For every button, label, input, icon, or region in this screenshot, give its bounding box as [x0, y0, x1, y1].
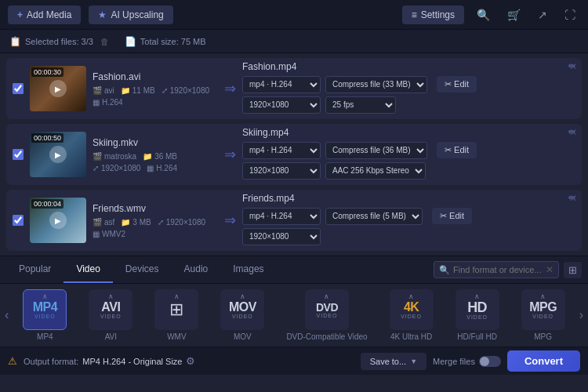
- wmv-format-name: WMV: [167, 332, 186, 341]
- format-settings-icon[interactable]: ⚙: [186, 355, 195, 367]
- hd-sublabel: VIDEO: [466, 314, 488, 320]
- mpg-format-name: MPG: [534, 332, 552, 341]
- resolution-meta-1: ⤢ 1920×1080: [162, 86, 209, 95]
- format-search-area: 🔍 ✕ ⊞: [277, 261, 582, 278]
- output-settings-1: Fashion.mp4 ✏ mp4 · H.264 Compress file …: [242, 61, 575, 117]
- chevron-down-icon: ▼: [410, 358, 417, 365]
- search-clear-icon[interactable]: ✕: [546, 264, 554, 275]
- format-tab-images[interactable]: Images: [220, 256, 276, 283]
- play-btn-2[interactable]: ▶: [49, 146, 67, 163]
- size-meta-3: 📁 3 MB: [121, 218, 151, 227]
- file-name-2: Skiing.mkv: [93, 137, 218, 148]
- format-item-mov[interactable]: ∧ MOV VIDEO MOV: [220, 289, 264, 341]
- mp4-format-name: MP4: [37, 332, 53, 341]
- selected-files-info: 📋 Selected files: 3/3 🗑: [9, 36, 109, 47]
- trash-icon[interactable]: 🗑: [100, 37, 109, 46]
- convert-button[interactable]: Convert: [507, 350, 580, 372]
- play-btn-3[interactable]: ▶: [49, 212, 67, 229]
- size-icon: 📄: [125, 36, 136, 47]
- file-checkbox-1[interactable]: [13, 83, 24, 94]
- top-bar: + Add Media ★ AI Upscaling ≡ Settings 🔍 …: [0, 0, 588, 30]
- format-item-hd[interactable]: ∧ HD VIDEO HD/Full HD: [456, 289, 499, 341]
- format-meta-3: 🎬 asf: [93, 218, 114, 227]
- edit-btn-3[interactable]: ✂ Edit: [432, 208, 472, 224]
- avi-sublabel: VIDEO: [100, 314, 122, 319]
- res-icon-3: ⤢: [158, 218, 164, 227]
- hd-up-arrow: ∧: [474, 292, 480, 300]
- format-item-avi[interactable]: ∧ AVI VIDEO AVI: [89, 289, 132, 341]
- close-file-3[interactable]: ✕: [569, 193, 577, 204]
- mp4-label: MP4: [33, 301, 57, 314]
- 4k-label: 4K: [404, 301, 419, 314]
- edit-btn-1[interactable]: ✂ Edit: [437, 76, 477, 93]
- file-row-1: ✕ 00:00:30 ▶ Fashion.avi 🎬 avi 📁 11 MB ⤢…: [6, 58, 582, 119]
- format-tab-video[interactable]: Video: [64, 256, 112, 283]
- wmv-up-arrow: ∧: [174, 292, 180, 300]
- share-icon-button[interactable]: ↗: [533, 6, 552, 24]
- file-list: ✕ 00:00:30 ▶ Fashion.avi 🎬 avi 📁 11 MB ⤢…: [0, 53, 588, 256]
- save-to-button[interactable]: Save to... ▼: [361, 353, 426, 370]
- format-item-dvd[interactable]: ∧ DVD VIDEO DVD-Compatible Video: [286, 289, 367, 341]
- file-meta-2: 🎬 matroska 📁 36 MB ⤢ 1920×1080 ▦ H.264: [93, 152, 218, 172]
- play-btn-1[interactable]: ▶: [49, 80, 67, 97]
- format-item-4k[interactable]: ∧ 4K VIDEO 4K Ultra HD: [390, 289, 434, 341]
- output-compress-select-3[interactable]: Compress file (5 MB): [325, 208, 423, 225]
- 4k-icon-wrap: ∧ 4K VIDEO: [390, 289, 434, 330]
- output-res-select-2[interactable]: 1920×1080: [242, 162, 321, 180]
- edit-btn-2[interactable]: ✂ Edit: [437, 142, 477, 158]
- thumb-time-2: 00:00:50: [31, 133, 64, 143]
- output-name-row-1: Fashion.mp4 ✏: [242, 61, 575, 72]
- thumbnail-1: 00:00:30 ▶: [30, 66, 86, 111]
- output-format-select-1[interactable]: mp4 · H.264: [242, 76, 321, 93]
- dvd-icon-wrap: ∧ DVD VIDEO: [305, 289, 349, 330]
- output-compress-select-1[interactable]: Compress file (33 MB): [325, 76, 427, 93]
- format-tab-audio[interactable]: Audio: [172, 256, 221, 283]
- format-item-mpg[interactable]: ∧ MPG VIDEO MPG: [521, 289, 565, 341]
- thumbnail-2: 00:00:50 ▶: [30, 132, 86, 177]
- cart-icon-button[interactable]: 🛒: [503, 6, 525, 24]
- format-search-input[interactable]: [453, 265, 543, 274]
- fullscreen-icon-button[interactable]: ⛶: [560, 6, 580, 24]
- codec-meta-2: ▦ H.264: [147, 164, 177, 172]
- output-res-row-1: 1920×1080 25 fps: [242, 96, 575, 114]
- settings-button[interactable]: ≡ Settings: [402, 5, 464, 24]
- file-checkbox-2[interactable]: [13, 149, 24, 160]
- format-search-box: 🔍 ✕: [434, 261, 559, 278]
- format-tab-devices[interactable]: Devices: [113, 256, 172, 283]
- output-res-select-3[interactable]: 1920×1080: [242, 228, 321, 245]
- output-compress-select-2[interactable]: Compress file (36 MB): [325, 142, 427, 159]
- toggle-knob: [480, 357, 489, 366]
- ai-upscaling-button[interactable]: ★ AI Upscaling: [89, 5, 172, 24]
- format-item-mp4[interactable]: ∧ MP4 VIDEO MP4: [23, 289, 67, 341]
- output-settings-2: Skiing.mp4 ✏ mp4 · H.264 Compress file (…: [242, 127, 575, 183]
- search-icon-button[interactable]: 🔍: [472, 6, 495, 24]
- convert-arrow-2: ⇒: [224, 146, 236, 163]
- resolution-meta-2: ⤢ 1920×1080: [93, 164, 140, 172]
- format-next-button[interactable]: ›: [575, 289, 588, 342]
- add-media-button[interactable]: + Add Media: [8, 5, 81, 24]
- hd-format-name: HD/Full HD: [457, 332, 497, 341]
- file-checkbox-3[interactable]: [13, 215, 24, 226]
- format-tab-popular[interactable]: Popular: [6, 256, 64, 283]
- codec-icon-1: ▦: [93, 98, 100, 107]
- file-meta-3: 🎬 asf 📁 3 MB ⤢ 1920×1080 ▦ WMV2: [93, 218, 218, 238]
- file-meta-1: 🎬 avi 📁 11 MB ⤢ 1920×1080 ▦ H.264: [93, 86, 218, 107]
- output-name-row-3: Friends.mp4 ✏: [242, 193, 575, 204]
- avi-format-name: AVI: [105, 332, 117, 341]
- search-icon: 🔍: [439, 265, 450, 275]
- close-file-1[interactable]: ✕: [569, 61, 577, 72]
- total-size-info: 📄 Total size: 75 MB: [125, 36, 206, 47]
- format-grid-toggle-button[interactable]: ⊞: [564, 262, 582, 278]
- close-file-2[interactable]: ✕: [569, 127, 577, 138]
- output-format-select-3[interactable]: mp4 · H.264: [242, 208, 321, 225]
- merge-toggle-switch[interactable]: [479, 356, 501, 367]
- output-extra-select-2[interactable]: AAC 256 Kbps Stereo: [325, 162, 426, 180]
- format-meta-2: 🎬 matroska: [93, 152, 136, 161]
- output-extra-select-1[interactable]: 25 fps: [325, 96, 396, 114]
- format-prev-button[interactable]: ‹: [0, 289, 13, 342]
- files-icon: 📋: [9, 36, 21, 47]
- output-res-select-1[interactable]: 1920×1080: [242, 96, 321, 114]
- format-item-wmv[interactable]: ∧ ⊞ WMV: [154, 289, 198, 341]
- output-format-select-2[interactable]: mp4 · H.264: [242, 142, 321, 159]
- file-info-1: Fashion.avi 🎬 avi 📁 11 MB ⤢ 1920×1080 ▦ …: [93, 71, 218, 107]
